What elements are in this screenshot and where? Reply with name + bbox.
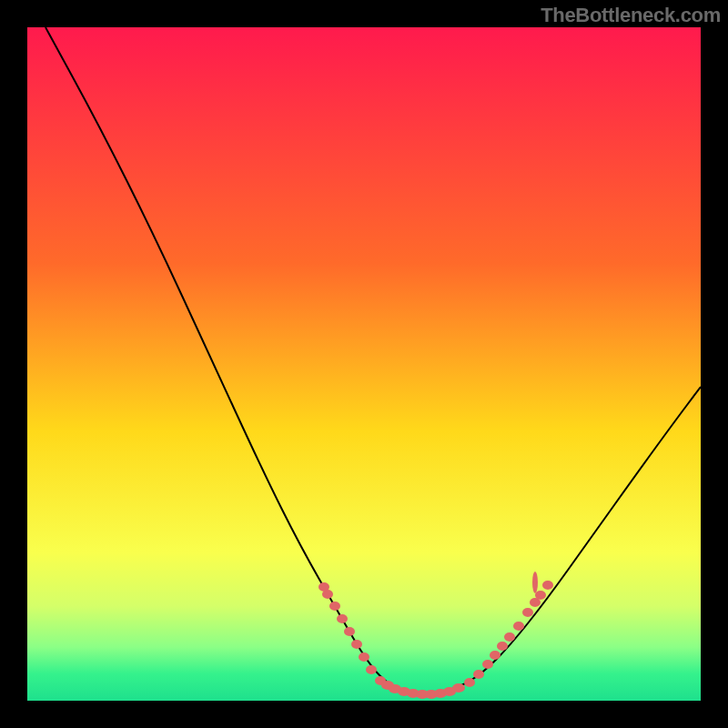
data-point bbox=[497, 642, 508, 651]
data-point bbox=[490, 651, 500, 660]
data-point bbox=[344, 627, 355, 636]
chart-svg bbox=[27, 27, 701, 701]
data-point bbox=[532, 571, 538, 593]
data-point bbox=[504, 632, 515, 642]
data-point bbox=[351, 640, 362, 649]
data-point bbox=[464, 678, 475, 687]
watermark: TheBottleneck.com bbox=[541, 4, 721, 27]
data-point bbox=[337, 614, 348, 623]
chart-background bbox=[27, 27, 701, 701]
data-point bbox=[329, 602, 340, 611]
data-point bbox=[522, 608, 533, 617]
data-point bbox=[482, 660, 493, 669]
data-point bbox=[452, 683, 465, 693]
data-point bbox=[542, 581, 553, 590]
data-point bbox=[322, 590, 333, 599]
data-point bbox=[359, 652, 369, 662]
data-point bbox=[513, 622, 524, 631]
data-point bbox=[473, 670, 484, 679]
chart-plot-area bbox=[27, 27, 701, 701]
data-point bbox=[366, 665, 377, 674]
data-point bbox=[535, 591, 546, 600]
